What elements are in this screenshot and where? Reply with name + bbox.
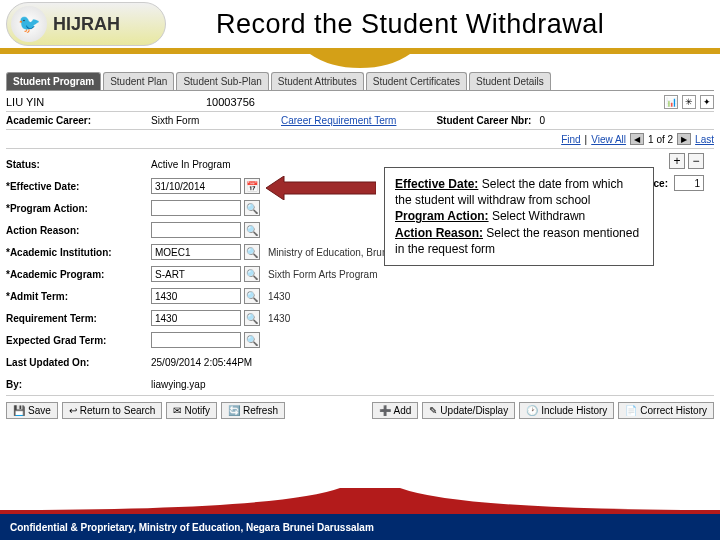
by-label: By:: [6, 379, 151, 390]
academic-program-input[interactable]: [151, 266, 241, 282]
brand-icon: 🐦: [11, 6, 47, 42]
graph-icon[interactable]: 📊: [664, 95, 678, 109]
lookup-icon[interactable]: 🔍: [244, 244, 260, 260]
pager-row: Find | View All ◀ 1 of 2 ▶ Last: [6, 130, 714, 149]
tab-student-certificates[interactable]: Student Certificates: [366, 72, 467, 90]
admit-term-label: *Admit Term:: [6, 291, 151, 302]
add-row-icon[interactable]: +: [669, 153, 685, 169]
footer-curve-icon: [0, 488, 720, 516]
student-name: LIU YIN: [6, 96, 206, 108]
title-pointer-icon: [310, 54, 410, 68]
delete-row-icon[interactable]: −: [688, 153, 704, 169]
tab-student-attributes[interactable]: Student Attributes: [271, 72, 364, 90]
instruction-callout: Effective Date: Select the date from whi…: [384, 167, 654, 266]
requirement-term-input[interactable]: [151, 310, 241, 326]
correct-history-button[interactable]: 📄Correct History: [618, 402, 714, 419]
program-action-label: *Program Action:: [6, 203, 151, 214]
career-nbr-label: Student Career Nbr:: [436, 115, 531, 126]
add-icon: ➕: [379, 405, 391, 416]
academic-program-label: *Academic Program:: [6, 269, 151, 280]
callout-prog-action-body: Select Withdrawn: [489, 209, 586, 223]
effective-date-label: *Effective Date:: [6, 181, 151, 192]
admit-term-input[interactable]: [151, 288, 241, 304]
last-link[interactable]: Last: [695, 134, 714, 145]
expected-grad-term-input[interactable]: [151, 332, 241, 348]
tab-strip: Student Program Student Plan Student Sub…: [6, 72, 714, 91]
program-action-input[interactable]: [151, 200, 241, 216]
update-display-button[interactable]: ✎Update/Display: [422, 402, 515, 419]
lookup-icon[interactable]: 🔍: [244, 288, 260, 304]
institution-desc: Ministry of Education, Brunei: [268, 247, 395, 258]
requirement-term-desc: 1430: [268, 313, 290, 324]
admit-term-desc: 1430: [268, 291, 290, 302]
tab-student-plan[interactable]: Student Plan: [103, 72, 174, 90]
star-icon[interactable]: ✦: [700, 95, 714, 109]
update-icon: ✎: [429, 405, 437, 416]
lookup-icon[interactable]: 🔍: [244, 332, 260, 348]
view-all-link[interactable]: View All: [591, 134, 626, 145]
callout-eff-date-head: Effective Date:: [395, 177, 478, 191]
academic-institution-input[interactable]: [151, 244, 241, 260]
return-to-search-button[interactable]: ↩Return to Search: [62, 402, 163, 419]
program-desc: Sixth Form Arts Program: [268, 269, 377, 280]
action-reason-input[interactable]: [151, 222, 241, 238]
footer-text: Confidential & Proprietary, Ministry of …: [10, 522, 374, 533]
tab-student-sub-plan[interactable]: Student Sub-Plan: [176, 72, 268, 90]
refresh-icon: 🔄: [228, 405, 240, 416]
page-counter: 1 of 2: [648, 134, 673, 145]
brand-badge: 🐦 HIJRAH: [6, 2, 166, 46]
form-panel: + − Effective Sequence: Status: Active I…: [6, 149, 714, 395]
expected-grad-term-label: Expected Grad Term:: [6, 335, 151, 346]
notify-button[interactable]: ✉Notify: [166, 402, 217, 419]
footer-bar: Confidential & Proprietary, Ministry of …: [0, 514, 720, 540]
next-page-icon[interactable]: ▶: [677, 133, 691, 145]
by-value: liawying.yap: [151, 379, 205, 390]
status-value: Active In Program: [151, 159, 230, 170]
brand-name: HIJRAH: [53, 14, 120, 35]
calendar-icon[interactable]: 📅: [244, 178, 260, 194]
find-link[interactable]: Find: [561, 134, 580, 145]
lookup-icon[interactable]: 🔍: [244, 310, 260, 326]
include-history-button[interactable]: 🕑Include History: [519, 402, 614, 419]
action-button-row: 💾Save ↩Return to Search ✉Notify 🔄Refresh…: [6, 395, 714, 425]
save-icon: 💾: [13, 405, 25, 416]
note-icon[interactable]: ✳: [682, 95, 696, 109]
callout-prog-action-head: Program Action:: [395, 209, 489, 223]
refresh-button[interactable]: 🔄Refresh: [221, 402, 285, 419]
academic-career-label: Academic Career:: [6, 115, 151, 126]
career-nbr-value: 0: [539, 115, 545, 126]
last-updated-value: 25/09/2014 2:05:44PM: [151, 357, 252, 368]
callout-action-reason-head: Action Reason:: [395, 226, 483, 240]
history-icon: 🕑: [526, 405, 538, 416]
prev-page-icon[interactable]: ◀: [630, 133, 644, 145]
career-requirement-term-link[interactable]: Career Requirement Term: [281, 115, 396, 126]
return-icon: ↩: [69, 405, 77, 416]
student-info-row: LIU YIN 10003756 📊 ✳ ✦: [6, 91, 714, 112]
tab-student-details[interactable]: Student Details: [469, 72, 551, 90]
effective-sequence-input[interactable]: [674, 175, 704, 191]
lookup-icon[interactable]: 🔍: [244, 222, 260, 238]
career-row: Academic Career: Sixth Form Career Requi…: [6, 112, 714, 130]
action-reason-label: Action Reason:: [6, 225, 151, 236]
effective-date-input[interactable]: [151, 178, 241, 194]
save-button[interactable]: 💾Save: [6, 402, 58, 419]
student-id: 10003756: [206, 96, 466, 108]
page-title: Record the Student Withdrawal: [216, 9, 604, 40]
last-updated-label: Last Updated On:: [6, 357, 151, 368]
slide-header: 🐦 HIJRAH Record the Student Withdrawal: [0, 0, 720, 48]
requirement-term-label: Requirement Term:: [6, 313, 151, 324]
academic-institution-label: *Academic Institution:: [6, 247, 151, 258]
lookup-icon[interactable]: 🔍: [244, 266, 260, 282]
tab-student-program[interactable]: Student Program: [6, 72, 101, 90]
callout-arrow-icon: [266, 176, 376, 200]
lookup-icon[interactable]: 🔍: [244, 200, 260, 216]
correct-icon: 📄: [625, 405, 637, 416]
add-button[interactable]: ➕Add: [372, 402, 419, 419]
academic-career-value: Sixth Form: [151, 115, 281, 126]
app-screenshot: Student Program Student Plan Student Sub…: [0, 68, 720, 425]
status-label: Status:: [6, 159, 151, 170]
notify-icon: ✉: [173, 405, 181, 416]
svg-marker-0: [266, 176, 376, 200]
